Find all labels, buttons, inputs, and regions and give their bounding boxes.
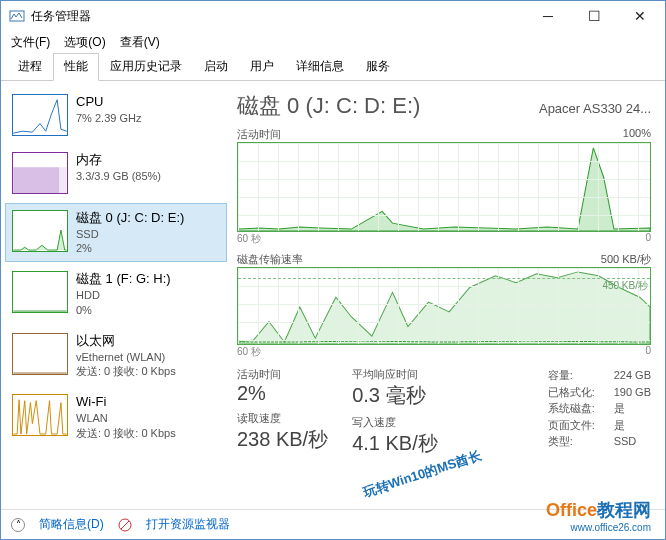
sidebar-item-wifi[interactable]: Wi-FiWLAN发送: 0 接收: 0 Kbps xyxy=(5,387,227,446)
tab-apphistory[interactable]: 应用历史记录 xyxy=(99,53,193,81)
menu-view[interactable]: 查看(V) xyxy=(120,34,160,51)
active-label: 活动时间 xyxy=(237,367,328,382)
wifi-io: 发送: 0 接收: 0 Kbps xyxy=(76,426,176,440)
sidebar-item-ethernet[interactable]: 以太网vEthernet (WLAN)发送: 0 接收: 0 Kbps xyxy=(5,326,227,385)
resp-label: 平均响应时间 xyxy=(352,367,438,382)
write-value: 4.1 KB/秒 xyxy=(352,430,438,457)
mem-sub: 3.3/3.9 GB (85%) xyxy=(76,169,161,183)
mem-title: 内存 xyxy=(76,152,161,169)
chart1-xright: 0 xyxy=(645,232,651,246)
tab-processes[interactable]: 进程 xyxy=(7,53,53,81)
page-title: 磁盘 0 (J: C: D: E:) xyxy=(237,91,420,121)
resmon-link[interactable]: 打开资源监视器 xyxy=(146,516,230,533)
chart1-label: 活动时间 xyxy=(237,127,281,142)
tab-performance[interactable]: 性能 xyxy=(53,53,99,81)
read-label: 读取速度 xyxy=(237,411,328,426)
tab-startup[interactable]: 启动 xyxy=(193,53,239,81)
title-bar: 任务管理器 ─ ☐ ✕ xyxy=(1,1,665,31)
chart2-xright: 0 xyxy=(645,345,651,359)
capacity: 224 GB xyxy=(614,367,651,384)
eth-sub: vEthernet (WLAN) xyxy=(76,350,176,364)
resp-value: 0.3 毫秒 xyxy=(352,382,438,409)
tab-strip: 进程 性能 应用历史记录 启动 用户 详细信息 服务 xyxy=(1,53,665,81)
sidebar: CPU7% 2.39 GHz 内存3.3/3.9 GB (85%) 磁盘 0 (… xyxy=(1,81,231,509)
tab-details[interactable]: 详细信息 xyxy=(285,53,355,81)
menu-bar: 文件(F) 选项(O) 查看(V) xyxy=(1,31,665,53)
window-title: 任务管理器 xyxy=(31,8,91,25)
main-panel: 磁盘 0 (J: C: D: E:) Apacer AS330 24... 活动… xyxy=(231,81,665,509)
page-file: 是 xyxy=(614,417,625,434)
active-time-chart xyxy=(237,142,651,232)
cpu-title: CPU xyxy=(76,94,141,111)
chart2-dash: 450 KB/秒 xyxy=(238,278,650,293)
resmon-icon xyxy=(118,518,132,532)
disk0-title: 磁盘 0 (J: C: D: E:) xyxy=(76,210,184,227)
tab-services[interactable]: 服务 xyxy=(355,53,401,81)
chart2-xleft: 60 秒 xyxy=(237,345,261,359)
system-disk: 是 xyxy=(614,400,625,417)
menu-options[interactable]: 选项(O) xyxy=(64,34,105,51)
cpu-thumb xyxy=(12,94,68,136)
svg-rect-2 xyxy=(13,167,59,193)
disk-type: SSD xyxy=(614,433,637,450)
sidebar-item-disk0[interactable]: 磁盘 0 (J: C: D: E:)SSD2% xyxy=(5,203,227,262)
sidebar-item-disk1[interactable]: 磁盘 1 (F: G: H:)HDD0% xyxy=(5,264,227,323)
eth-io: 发送: 0 接收: 0 Kbps xyxy=(76,364,176,378)
menu-file[interactable]: 文件(F) xyxy=(11,34,50,51)
write-label: 写入速度 xyxy=(352,415,438,430)
app-icon xyxy=(9,8,25,24)
disk0-sub: SSD xyxy=(76,227,184,241)
mem-thumb xyxy=(12,152,68,194)
active-value: 2% xyxy=(237,382,328,405)
disk0-pct: 2% xyxy=(76,241,184,255)
wifi-sub: WLAN xyxy=(76,411,176,425)
disk-model: Apacer AS330 24... xyxy=(539,101,651,116)
eth-thumb xyxy=(12,333,68,375)
chart2-max: 500 KB/秒 xyxy=(601,252,651,267)
disk1-sub: HDD xyxy=(76,288,171,302)
eth-title: 以太网 xyxy=(76,333,176,350)
read-value: 238 KB/秒 xyxy=(237,426,328,453)
wifi-thumb xyxy=(12,394,68,436)
site-url: www.office26.com xyxy=(546,522,651,533)
transfer-rate-chart: 450 KB/秒 xyxy=(237,267,651,345)
minimize-button[interactable]: ─ xyxy=(525,1,571,31)
brief-info-link[interactable]: 简略信息(D) xyxy=(39,516,104,533)
chart1-max: 100% xyxy=(623,127,651,142)
disk0-thumb xyxy=(12,210,68,252)
svg-line-8 xyxy=(121,521,129,529)
formatted: 190 GB xyxy=(614,384,651,401)
site-watermark: OOffice教程网ffice教程网 www.office26.com xyxy=(546,498,651,533)
disk1-title: 磁盘 1 (F: G: H:) xyxy=(76,271,171,288)
sidebar-item-cpu[interactable]: CPU7% 2.39 GHz xyxy=(5,87,227,143)
disk-properties: 容量:224 GB 已格式化:190 GB 系统磁盘:是 页面文件:是 类型:S… xyxy=(548,367,651,457)
close-button[interactable]: ✕ xyxy=(617,1,663,31)
cpu-sub: 7% 2.39 GHz xyxy=(76,111,141,125)
tab-users[interactable]: 用户 xyxy=(239,53,285,81)
sidebar-item-memory[interactable]: 内存3.3/3.9 GB (85%) xyxy=(5,145,227,201)
disk1-pct: 0% xyxy=(76,303,171,317)
disk1-thumb xyxy=(12,271,68,313)
maximize-button[interactable]: ☐ xyxy=(571,1,617,31)
wifi-title: Wi-Fi xyxy=(76,394,176,411)
chart1-xleft: 60 秒 xyxy=(237,232,261,246)
collapse-icon[interactable]: ˄ xyxy=(11,518,25,532)
chart2-label: 磁盘传输速率 xyxy=(237,252,303,267)
